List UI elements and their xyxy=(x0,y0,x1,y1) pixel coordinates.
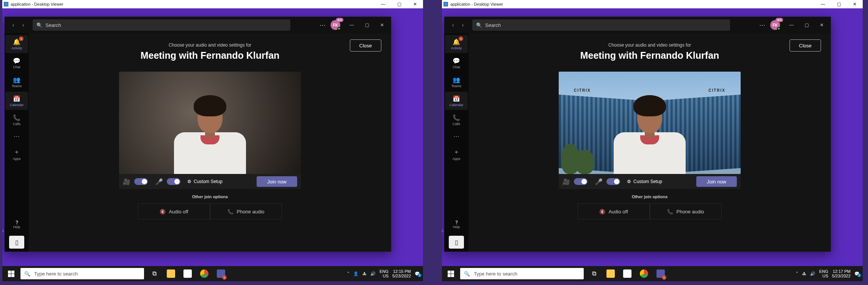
dv-close-button[interactable]: ✕ xyxy=(407,0,423,8)
sidebar-item-activity[interactable]: 🔔 1 Activity xyxy=(5,35,28,53)
user-avatar[interactable]: FK AO xyxy=(331,20,340,30)
nav-forward-button[interactable]: › xyxy=(19,21,27,29)
chrome-button[interactable] xyxy=(196,266,212,281)
teams-taskbar-badge: 1 xyxy=(662,275,666,280)
presence-indicator xyxy=(777,27,780,30)
teams-minimize-button[interactable]: — xyxy=(784,19,799,31)
system-tray: ˄ 👤 🖧 🔊 ENG US 12:15 PM 5/23/2022 💬2 xyxy=(347,269,423,278)
desktop-viewer-app-icon xyxy=(4,2,8,6)
sidebar-item-chat[interactable]: 💬 Chat xyxy=(445,54,468,72)
mic-toggle[interactable] xyxy=(606,178,620,185)
custom-setup-button[interactable]: ⚙ Custom Setup xyxy=(627,179,662,184)
desktop-viewer-titlebar: application - Desktop Viewer — ▢ ✕ xyxy=(2,0,423,8)
sidebar-item-teams[interactable]: 👥 Teams xyxy=(5,73,28,91)
chrome-button[interactable] xyxy=(636,266,652,281)
dv-minimize-button[interactable]: — xyxy=(375,0,391,8)
sidebar-more-button[interactable]: ⋯ xyxy=(14,133,20,140)
more-options-button[interactable]: ⋯ xyxy=(317,19,328,31)
file-explorer-button[interactable] xyxy=(603,266,619,281)
nav-back-button[interactable]: ‹ xyxy=(449,21,457,29)
phone-icon: 📞 xyxy=(453,114,460,121)
notepad-button[interactable] xyxy=(180,266,196,281)
left-screenshot: application - Desktop Viewer — ▢ ✕ ▾ F ‹… xyxy=(2,0,423,281)
join-now-button[interactable]: Join now xyxy=(257,176,297,187)
nav-forward-button[interactable]: › xyxy=(459,21,467,29)
more-options-button[interactable]: ⋯ xyxy=(757,19,768,31)
action-center-badge: 2 xyxy=(857,274,861,277)
teams-close-button[interactable]: ✕ xyxy=(374,19,390,31)
camera-toggle[interactable] xyxy=(574,178,588,185)
taskbar-search-input[interactable]: 🔍 Type here to search xyxy=(20,268,144,279)
tray-volume-icon[interactable]: 🔊 xyxy=(810,271,815,276)
search-input[interactable]: 🔍 Search xyxy=(33,19,290,31)
audio-off-button[interactable]: 🔇 Audio off xyxy=(138,204,210,219)
teams-maximize-button[interactable]: ▢ xyxy=(799,19,814,31)
start-button[interactable] xyxy=(442,266,459,281)
dv-minimize-button[interactable]: — xyxy=(815,0,831,8)
dv-maximize-button[interactable]: ▢ xyxy=(391,0,407,8)
tray-language-indicator[interactable]: ENG US xyxy=(379,269,389,278)
mic-icon: 🎤 xyxy=(595,178,603,185)
teams-maximize-button[interactable]: ▢ xyxy=(359,19,374,31)
tray-clock[interactable]: 12:15 PM 5/23/2022 xyxy=(392,269,411,278)
notepad-button[interactable] xyxy=(619,266,635,281)
sidebar-item-chat[interactable]: 💬 Chat xyxy=(5,54,28,72)
phone-audio-button[interactable]: 📞 Phone audio xyxy=(650,204,722,219)
meeting-title: Meeting with Fernando Klurfan xyxy=(29,50,391,61)
task-view-button[interactable]: ⧉ xyxy=(146,266,162,281)
tray-people-icon[interactable]: 👤 xyxy=(353,271,359,276)
sidebar-more-button[interactable]: ⋯ xyxy=(453,133,459,140)
windows-taskbar: 🔍 Type here to search ⧉ 1 ˄ 🖧 🔊 ENG xyxy=(442,266,863,281)
tray-network-icon[interactable]: 🖧 xyxy=(802,271,806,276)
taskbar-search-input[interactable]: 🔍 Type here to search xyxy=(460,268,584,279)
tray-network-icon[interactable]: 🖧 xyxy=(362,271,367,276)
join-now-button[interactable]: Join now xyxy=(696,176,737,187)
teams-minimize-button[interactable]: — xyxy=(344,19,359,31)
start-button[interactable] xyxy=(2,266,20,281)
custom-setup-button[interactable]: ⚙ Custom Setup xyxy=(187,179,222,184)
nav-back-button[interactable]: ‹ xyxy=(9,21,17,29)
tray-chevron-up-icon[interactable]: ˄ xyxy=(347,271,349,276)
sidebar-download-app-button[interactable]: ▯ xyxy=(449,236,464,249)
camera-toggle[interactable] xyxy=(134,178,148,185)
teams-close-button[interactable]: ✕ xyxy=(814,19,829,31)
tray-language-indicator[interactable]: ENG US xyxy=(819,269,828,278)
file-explorer-button[interactable] xyxy=(163,266,179,281)
tray-action-center-icon[interactable]: 💬2 xyxy=(854,271,860,276)
sidebar-item-label: Teams xyxy=(12,84,22,88)
task-view-button[interactable]: ⧉ xyxy=(586,266,602,281)
tray-action-center-icon[interactable]: 💬2 xyxy=(415,271,420,276)
audio-off-button[interactable]: 🔇 Audio off xyxy=(578,204,650,219)
mic-toggle[interactable] xyxy=(167,178,180,185)
prejoin-close-button[interactable]: Close xyxy=(350,39,381,52)
sidebar-item-help[interactable]: ❔ Help xyxy=(444,221,468,229)
sidebar-item-apps[interactable]: ＋ Apps xyxy=(445,145,468,163)
prejoin-close-button[interactable]: Close xyxy=(790,39,821,52)
sidebar-download-app-button[interactable]: ▯ xyxy=(9,236,24,249)
tray-volume-icon[interactable]: 🔊 xyxy=(370,271,376,276)
sidebar-item-teams[interactable]: 👥 Teams xyxy=(445,73,468,91)
remote-desktop-area: F ‹ › 🔍 Search ⋯ FK AO xyxy=(2,8,423,281)
sidebar-item-apps[interactable]: ＋ Apps xyxy=(5,145,28,163)
user-avatar[interactable]: FK AO xyxy=(770,20,780,30)
tray-clock[interactable]: 12:17 PM 5/23/2022 xyxy=(832,269,851,278)
search-input[interactable]: 🔍 Search xyxy=(472,19,730,31)
dv-maximize-button[interactable]: ▢ xyxy=(831,0,847,8)
calendar-icon: 📅 xyxy=(453,95,460,102)
dv-close-button[interactable]: ✕ xyxy=(847,0,863,8)
sidebar-item-calendar[interactable]: 📅 Calendar xyxy=(445,92,468,110)
sidebar-item-activity[interactable]: 🔔 1 Activity xyxy=(445,35,468,53)
meeting-title: Meeting with Fernando Klurfan xyxy=(468,50,831,61)
chrome-icon xyxy=(200,269,208,278)
sidebar-item-calls[interactable]: 📞 Calls xyxy=(445,111,468,129)
teams-window: ‹ › 🔍 Search ⋯ FK AO — ▢ ✕ xyxy=(5,17,391,252)
sidebar-item-calls[interactable]: 📞 Calls xyxy=(5,111,28,129)
tray-chevron-up-icon[interactable]: ˄ xyxy=(796,271,798,276)
sidebar-item-calendar[interactable]: 📅 Calendar xyxy=(5,92,28,110)
phone-audio-button[interactable]: 📞 Phone audio xyxy=(210,204,282,219)
teams-taskbar-button[interactable]: 1 xyxy=(213,266,229,281)
teams-taskbar-button[interactable]: 1 xyxy=(653,266,669,281)
sidebar-item-label: Activity xyxy=(11,46,22,50)
teams-sidebar: 🔔 1 Activity 💬 Chat 👥 Teams 📅 Calendar xyxy=(444,17,468,252)
sidebar-item-help[interactable]: ❔ Help xyxy=(5,221,29,229)
